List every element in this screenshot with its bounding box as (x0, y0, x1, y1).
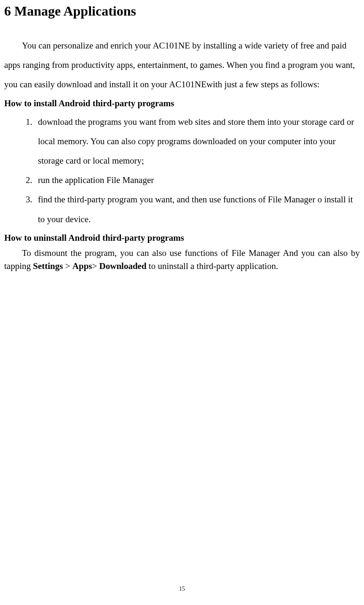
list-item: find the third-party program you want, a… (35, 190, 360, 229)
page-heading: 6 Manage Applications (4, 3, 360, 19)
page-number: 15 (0, 586, 364, 592)
downloaded-label: Downloaded (99, 261, 147, 271)
uninstall-paragraph: To dismount the program, you can also us… (4, 247, 360, 273)
apps-label: Apps (72, 261, 92, 271)
uninstall-subheading: How to uninstall Android third-party pro… (4, 229, 360, 247)
install-subheading: How to install Android third-party progr… (4, 94, 360, 112)
intro-paragraph: You can personalize and enrich your AC10… (4, 36, 360, 94)
separator: > (92, 261, 99, 271)
list-item: download the programs you want from web … (35, 112, 360, 171)
settings-label: Settings (33, 261, 63, 271)
separator: > (63, 261, 72, 271)
uninstall-text: to uninstall a third-party application. (147, 261, 278, 271)
install-steps-list: download the programs you want from web … (4, 112, 360, 229)
list-item: run the application File Manager (35, 170, 360, 190)
